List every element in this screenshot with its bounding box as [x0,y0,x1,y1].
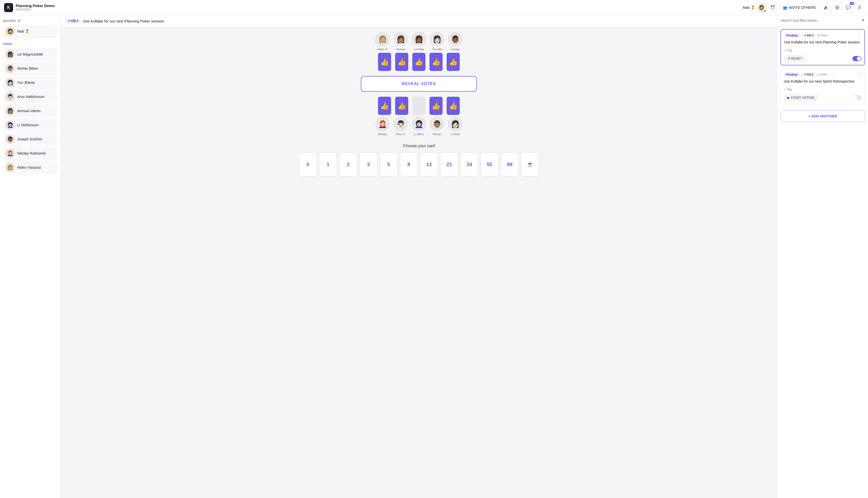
invite-label: INVITE OTHERS [789,5,816,10]
player-label: Amnuo [396,48,405,51]
toggle-dot [853,96,857,100]
tag-row: + Tag [784,47,862,53]
top-players-row: 👩🏼 Hideo V.👩🏽 Amnuo👩🏾 Lei Mag👩🏻 Yun Æb👨🏾… [376,32,462,51]
main-area: ↗ KB-1 Use Kollabe for our next Planning… [60,15,777,498]
header-right: Matt 🏅 🧔 ⚙ ⏰ 👥 INVITE OTHERS 🔊 ⚙️ 💬 9 ☰ [743,3,864,12]
voted-player-item: 👨🏽 Mohan Bitton [3,62,57,75]
vote-count: 0 Votes [817,73,827,76]
card-option[interactable]: 3 [359,152,378,176]
card-option[interactable]: 89 [501,152,519,176]
waiting-list: 🧔 Matt 🏅 [3,25,57,38]
reset-button[interactable]: ↺ RESET [784,55,806,62]
toggle-switch[interactable] [853,95,862,100]
card-option[interactable]: 34 [460,152,478,176]
ticket-id: KB-1 [71,19,78,23]
player-avatar: 👩🏻‍🦰 [5,149,15,158]
ticket-card: Pending ↗ KB-1 9 Votes ⋮ Use Kollabe for… [781,29,865,65]
top-player-col: 👨🏾 Joseph [448,32,462,51]
filter-button[interactable]: ▼ [861,18,865,23]
player-name: Amnuai Vaknin [17,109,41,113]
player-name: Nikolay Rutkowski [17,151,46,155]
player-name: Yun Æbelø [17,81,35,84]
top-player-col: 👩🏻 Yun Æb [430,32,444,51]
card-option[interactable]: 55 [480,152,499,176]
notifications-button[interactable]: 💬 9 [844,3,853,12]
card-option[interactable]: 0 [299,152,317,176]
top-vote-cards: 👍👍👍👍👍 [378,53,460,71]
clock-icon: ⏱ [17,19,21,23]
sidebar: Waiting ⏱ 🧔 Matt 🏅 Voted 👩🏾 Lei Magnúsdó… [0,15,60,498]
timer-button[interactable]: ⏰ [768,3,777,12]
more-options-button[interactable]: ⋮ [857,72,862,77]
top-player-col: 👩🏼 Hideo V. [376,32,390,51]
card-option[interactable]: 1 [319,152,337,176]
vote-card: 👍 [430,97,443,115]
card-option[interactable]: 5 [380,152,398,176]
invite-others-button[interactable]: 👥 INVITE OTHERS [779,4,819,11]
vote-card: 👍 [430,53,443,71]
search-bar: ▼ [777,15,868,26]
user-avatar-button[interactable]: 🧔 ⚙ [757,3,766,12]
player-face: 👨🏻 [394,117,408,131]
menu-button[interactable]: ☰ [855,3,864,12]
voted-player-item: 👩🏻‍🦱 Li Stefánsson [3,118,57,132]
card-option[interactable]: 21 [440,152,458,176]
player-face: 👩🏻 [430,32,444,46]
player-avatar: 👨🏾 [5,135,15,144]
ticket-bar-title: Use Kollabe for our next Planning Poker … [83,19,164,23]
player-name: Li Stefánsson [17,123,39,127]
bottom-player-col: 👨🏽 Mohan [430,117,444,135]
card-option[interactable]: ☕ [521,152,539,176]
ticket-actions: ▶ START VOTING [784,94,862,101]
player-name: Lei Magnúsdóttir [17,52,43,56]
voted-player-item: 👩🏻 Yun Æbelø [3,76,57,89]
vote-count: 9 Votes [817,34,828,37]
sound-button[interactable]: 🔊 [822,3,831,12]
reveal-votes-button[interactable]: REVEAL VOTES [361,76,477,92]
player-name: Artur Halldórsson [17,95,44,99]
cards-row: 0123581321345589☕ [299,152,539,176]
start-voting-button[interactable]: ▶ START VOTING [784,94,818,101]
player-label: Artur H. [396,133,406,135]
voted-player-item: 👨🏻 Artur Halldórsson [3,90,57,103]
ticket-cards-list: Pending ↗ KB-1 9 Votes ⋮ Use Kollabe for… [777,26,868,107]
player-face: 👩🏻‍🦱 [412,117,426,131]
add-another-button[interactable]: + ADD ANOTHER [781,110,865,122]
settings-overlay-icon: ⚙ [763,9,767,13]
player-avatar: 👩🏽 [5,106,15,115]
player-face: 👨🏾 [448,32,462,46]
app-date: 05/04/2024 [16,8,55,11]
settings-button[interactable]: ⚙️ [833,3,842,12]
toggle-switch[interactable] [852,56,862,61]
voted-player-item: 👩🏼 Hideo Vásquez [3,161,57,174]
card-option[interactable]: 8 [400,152,418,176]
ticket-link-icon: ↗ [68,19,70,23]
player-face: 👩🏻‍🦰 [376,117,390,131]
voted-list: 👩🏾 Lei Magnúsdóttir👨🏽 Mohan Bitton👩🏻 Yun… [3,48,57,174]
player-avatar: 👩🏻‍🦱 [5,120,15,130]
player-face: 👩🏻 [448,117,462,131]
player-face: 👨🏽 [430,117,444,131]
header-left: K Planning Poker Demo 05/04/2024 [4,3,55,12]
vote-card: 👍 [395,97,408,115]
player-label: Li Stefa [414,133,423,135]
bottom-player-col: 👩🏻‍🦰 Nikolay [376,117,390,135]
user-name: Matt 🏅 [743,5,755,10]
player-label: Hideo V. [377,48,388,51]
vote-card: 👍 [378,53,391,71]
search-input[interactable] [781,18,859,23]
vote-card: 👍 [378,97,391,115]
add-tag-button[interactable]: + Tag [784,47,792,53]
card-option[interactable]: 2 [339,152,357,176]
card-option[interactable]: 13 [420,152,438,176]
main-layout: Waiting ⏱ 🧔 Matt 🏅 Voted 👩🏾 Lei Magnúsdó… [0,15,868,498]
more-options-button[interactable]: ⋮ [857,32,862,38]
ticket-tag: ↗ KB-1 [66,19,80,23]
player-name: Mohan Bitton [17,66,38,70]
player-avatar: 👨🏻 [5,92,15,101]
ticket-card-header: Pending ↗ KB-2 0 Votes ⋮ [784,72,862,77]
vote-card: 👍 [395,53,408,71]
player-face: 👩🏽 [394,32,408,46]
add-tag-button[interactable]: + Tag [784,87,792,92]
bottom-vote-cards: 👍👍👍👍 [378,97,460,115]
